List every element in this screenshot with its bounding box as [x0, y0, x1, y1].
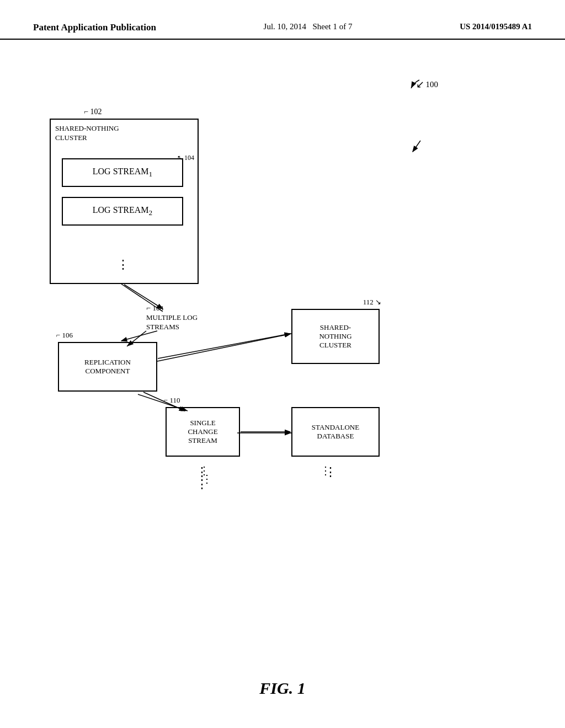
page-header: Patent Application Publication Jul. 10, …: [0, 0, 565, 40]
ref-110-bracket: ⌐ 110: [164, 396, 180, 405]
ref-106-bracket: ⌐ 106: [56, 331, 73, 340]
ref-108-bracket: ⌐: [146, 304, 152, 312]
dots-inside-cluster: ⋮: [51, 258, 198, 272]
svg-line-13: [158, 334, 290, 358]
log-stream1-box: LOG STREAM1: [62, 158, 183, 187]
outer-cluster-box: SHARED-NOTHINGCLUSTER ⌐ 102 LOG STREAM1 …: [50, 119, 199, 284]
ref-100: ↙ 100: [416, 78, 439, 90]
header-right: US 2014/0195489 A1: [460, 22, 532, 31]
ref-104-bracket: ↖ 104: [177, 154, 194, 162]
multiple-log-streams-label: ⌐ 108 MULTIPLE LOGSTREAMS: [146, 303, 198, 332]
standalone-label: STANDALONEDATABASE: [312, 423, 359, 441]
ref-102-bracket: ⌐ 102: [84, 108, 102, 116]
header-date: Jul. 10, 2014: [264, 22, 307, 31]
single-change-box: SINGLECHANGESTREAM ⌐ 110: [166, 407, 240, 457]
outer-cluster-text: SHARED-NOTHINGCLUSTER: [55, 124, 119, 142]
log-stream2-label: LOG STREAM2: [93, 205, 152, 217]
ref-100-label: 100: [426, 80, 439, 89]
ref-104-label: 104: [184, 154, 194, 162]
svg-line-2: [157, 334, 291, 361]
ref-102-label: 102: [90, 108, 102, 116]
header-sheet: Sheet 1 of 7: [312, 22, 352, 31]
replication-box: REPLICATIONCOMPONENT ⌐ 106: [58, 342, 157, 392]
multiple-log-text: MULTIPLE LOGSTREAMS: [146, 313, 198, 331]
ref-100-arrow: ↙: [416, 78, 424, 90]
single-change-label: SINGLECHANGESTREAM: [188, 419, 217, 445]
svg-line-12: [121, 331, 157, 341]
diagram-area: ⋮ ⋮ ⋮ ↙ 100 SHARED-NOTHINGCLUSTER ⌐ 102: [0, 55, 565, 662]
header-center: Jul. 10, 2014 Sheet 1 of 7: [264, 22, 353, 31]
log-stream2-box: LOG STREAM2: [62, 197, 183, 226]
log-stream1-label: LOG STREAM1: [93, 167, 152, 179]
ref-108-label: 108: [152, 304, 163, 312]
dots-bottom-left: ⋮⋮: [196, 466, 208, 490]
dots-bottom-right: ⋮: [324, 466, 337, 478]
shared-nothing2-box: SHARED-NOTHINGCLUSTER 112 ↘: [291, 309, 380, 364]
replication-label: REPLICATIONCOMPONENT: [84, 358, 131, 376]
ref-112-bracket: 112 ↘: [363, 298, 381, 307]
shared-nothing2-label: SHARED-NOTHINGCLUSTER: [319, 323, 351, 350]
outer-cluster-label: SHARED-NOTHINGCLUSTER: [55, 124, 119, 143]
standalone-box: STANDALONEDATABASE: [291, 407, 380, 457]
figure-label: FIG. 1: [259, 679, 305, 698]
header-left: Patent Application Publication: [33, 22, 156, 33]
ref-102-arrow: ⌐: [84, 108, 88, 116]
ref-104-arrow: ↖: [177, 154, 183, 162]
